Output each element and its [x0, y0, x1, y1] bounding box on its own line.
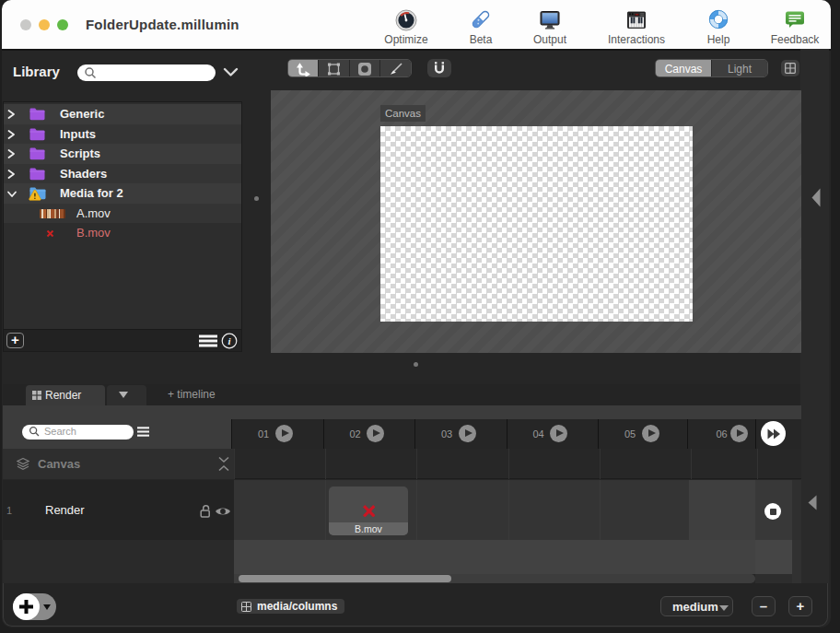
- svg-text:i: i: [228, 335, 231, 346]
